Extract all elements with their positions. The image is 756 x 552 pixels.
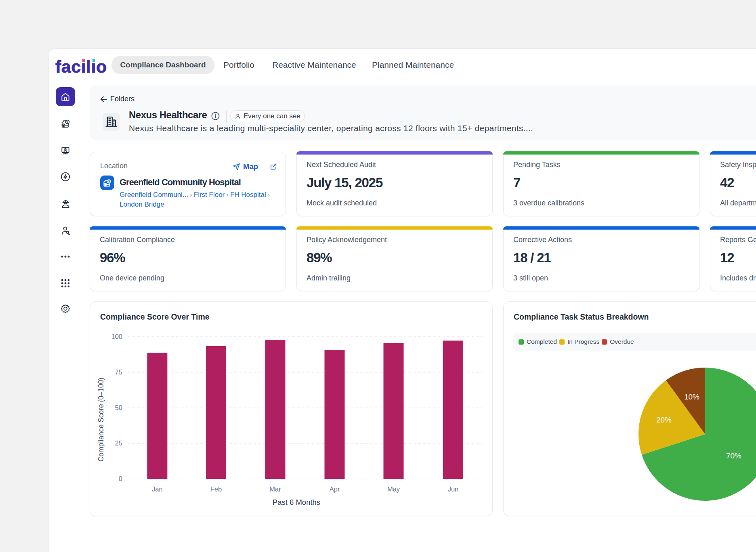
svg-text:75: 75 — [115, 368, 122, 376]
svg-text:Mar: Mar — [269, 485, 281, 493]
svg-text:Feb: Feb — [210, 485, 222, 493]
svg-text:25: 25 — [115, 439, 122, 447]
svg-text:May: May — [387, 485, 400, 493]
svg-text:0: 0 — [119, 475, 122, 482]
svg-text:Apr: Apr — [330, 485, 340, 493]
svg-text:10%: 10% — [684, 393, 699, 401]
svg-text:70%: 70% — [726, 452, 741, 460]
svg-text:20%: 20% — [656, 416, 672, 424]
svg-text:100: 100 — [111, 333, 122, 340]
svg-text:Past 6 Months: Past 6 Months — [273, 498, 320, 506]
svg-text:Jun: Jun — [448, 485, 459, 493]
svg-text:50: 50 — [115, 404, 122, 411]
svg-text:Compliance Score (0–100): Compliance Score (0–100) — [97, 378, 105, 462]
svg-text:Jan: Jan — [152, 485, 163, 493]
